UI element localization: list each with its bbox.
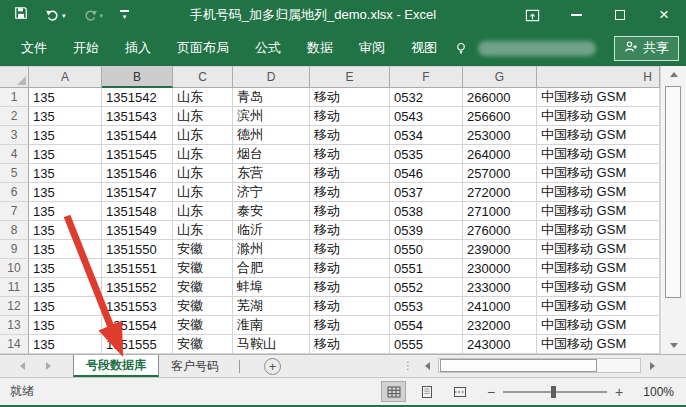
lightbulb-icon[interactable] [454,41,468,56]
cell[interactable]: 中国移动 GSM [537,107,660,126]
cell[interactable]: 243000 [463,335,537,354]
zoom-slider-thumb[interactable] [551,386,556,398]
cell[interactable]: 中国移动 GSM [537,335,660,354]
cell[interactable]: 移动 [310,164,390,183]
vertical-scrollbar-thumb[interactable] [665,86,681,298]
cell[interactable]: 0532 [390,88,463,107]
row-header[interactable]: 10 [0,259,29,278]
cell[interactable]: 1351555 [102,335,173,354]
cell[interactable]: 山东 [173,107,233,126]
cell[interactable]: 移动 [310,240,390,259]
share-button[interactable]: 共享 [614,36,679,61]
maximize-icon[interactable] [598,0,642,30]
cell[interactable]: 中国移动 GSM [537,297,660,316]
cell[interactable]: 0538 [390,202,463,221]
row-header[interactable]: 2 [0,107,29,126]
cell[interactable]: 135 [29,278,102,297]
cell[interactable]: 马鞍山 [233,335,310,354]
cell[interactable]: 1351543 [102,107,173,126]
ribbon-tab-公式[interactable]: 公式 [242,30,294,66]
sheet-tab-号段数据库[interactable]: 号段数据库 [73,355,159,377]
cell[interactable]: 移动 [310,88,390,107]
cell[interactable]: 芜湖 [233,297,310,316]
row-header[interactable]: 12 [0,297,29,316]
cell[interactable]: 蚌埠 [233,278,310,297]
cell[interactable]: 中国移动 GSM [537,164,660,183]
next-sheet-icon[interactable] [46,362,51,370]
cell[interactable]: 1351546 [102,164,173,183]
cell[interactable]: 临沂 [233,221,310,240]
cell[interactable]: 0553 [390,297,463,316]
cell[interactable]: 0534 [390,126,463,145]
row-header[interactable]: 6 [0,183,29,202]
cell[interactable]: 山东 [173,183,233,202]
cell[interactable]: 0554 [390,316,463,335]
cell[interactable]: 271000 [463,202,537,221]
column-header-E[interactable]: E [310,66,390,88]
cell[interactable]: 0550 [390,240,463,259]
zoom-in-button[interactable]: + [614,384,624,400]
horizontal-scrollbar-thumb[interactable] [440,359,597,372]
row-header[interactable]: 8 [0,221,29,240]
cell[interactable]: 山东 [173,164,233,183]
scroll-left-arrow[interactable] [420,358,434,373]
cell[interactable]: 253000 [463,126,537,145]
cell[interactable]: 移动 [310,126,390,145]
page-break-view-icon[interactable] [447,381,472,402]
cell[interactable]: 1351548 [102,202,173,221]
cell[interactable]: 1351549 [102,221,173,240]
cell[interactable]: 移动 [310,259,390,278]
cell[interactable]: 中国移动 GSM [537,183,660,202]
cell[interactable]: 山东 [173,126,233,145]
cell[interactable]: 山东 [173,88,233,107]
cell[interactable]: 德州 [233,126,310,145]
column-header-G[interactable]: G [463,66,537,88]
column-header-A[interactable]: A [29,66,102,88]
zoom-level[interactable]: 100% [634,385,674,399]
cell[interactable]: 中国移动 GSM [537,278,660,297]
cell[interactable]: 1351554 [102,316,173,335]
cell[interactable]: 中国移动 GSM [537,202,660,221]
ribbon-tab-插入[interactable]: 插入 [112,30,164,66]
tell-me-blurred-area[interactable] [478,41,596,56]
cell[interactable]: 滁州 [233,240,310,259]
cell[interactable]: 233000 [463,278,537,297]
cell[interactable]: 安徽 [173,278,233,297]
cell[interactable]: 移动 [310,183,390,202]
cell[interactable]: 中国移动 GSM [537,88,660,107]
cell[interactable]: 中国移动 GSM [537,259,660,278]
cell[interactable]: 中国移动 GSM [537,221,660,240]
row-header[interactable]: 1 [0,88,29,107]
ribbon-tab-文件[interactable]: 文件 [8,30,60,66]
cell[interactable]: 239000 [463,240,537,259]
row-header[interactable]: 4 [0,145,29,164]
row-header[interactable]: 9 [0,240,29,259]
cell[interactable]: 中国移动 GSM [537,316,660,335]
cell[interactable]: 安徽 [173,335,233,354]
cell[interactable]: 安徽 [173,297,233,316]
cell[interactable]: 135 [29,126,102,145]
page-layout-view-icon[interactable] [414,381,439,402]
cell[interactable]: 山东 [173,202,233,221]
cell[interactable]: 276000 [463,221,537,240]
cell[interactable]: 0543 [390,107,463,126]
cell[interactable]: 1351545 [102,145,173,164]
cell[interactable]: 1351553 [102,297,173,316]
ribbon-tab-数据[interactable]: 数据 [294,30,346,66]
cell[interactable]: 1351544 [102,126,173,145]
cell[interactable]: 安徽 [173,259,233,278]
tab-splitter-icon[interactable]: ⋮ [403,360,412,371]
cell[interactable]: 135 [29,145,102,164]
cell[interactable]: 移动 [310,221,390,240]
cell[interactable]: 135 [29,240,102,259]
cell[interactable]: 135 [29,297,102,316]
normal-view-icon[interactable] [381,381,406,402]
cell[interactable]: 266000 [463,88,537,107]
cell[interactable]: 移动 [310,202,390,221]
ribbon-display-options-icon[interactable] [510,0,554,30]
cell[interactable]: 232000 [463,316,537,335]
cell[interactable]: 135 [29,183,102,202]
cell[interactable]: 济宁 [233,183,310,202]
row-header[interactable]: 11 [0,278,29,297]
row-header[interactable]: 5 [0,164,29,183]
